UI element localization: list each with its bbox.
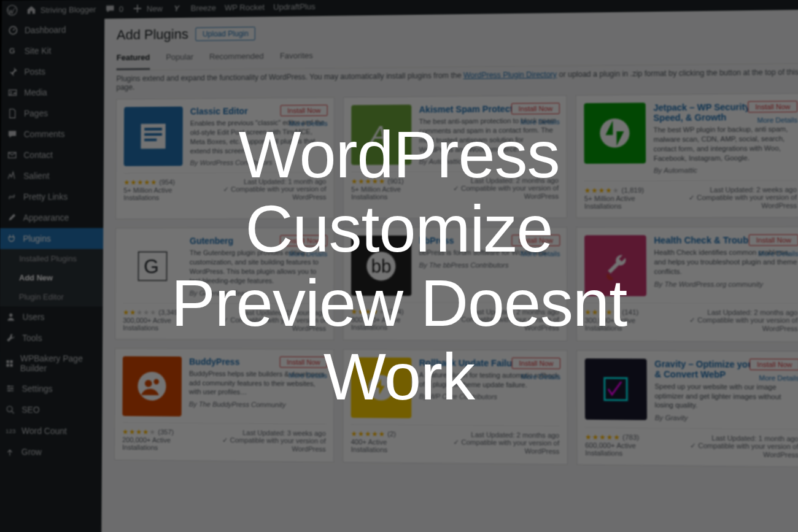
overlay-title: WordPress Customize Preview Doesnt Work xyxy=(171,118,627,415)
overlay: WordPress Customize Preview Doesnt Work xyxy=(0,0,798,532)
